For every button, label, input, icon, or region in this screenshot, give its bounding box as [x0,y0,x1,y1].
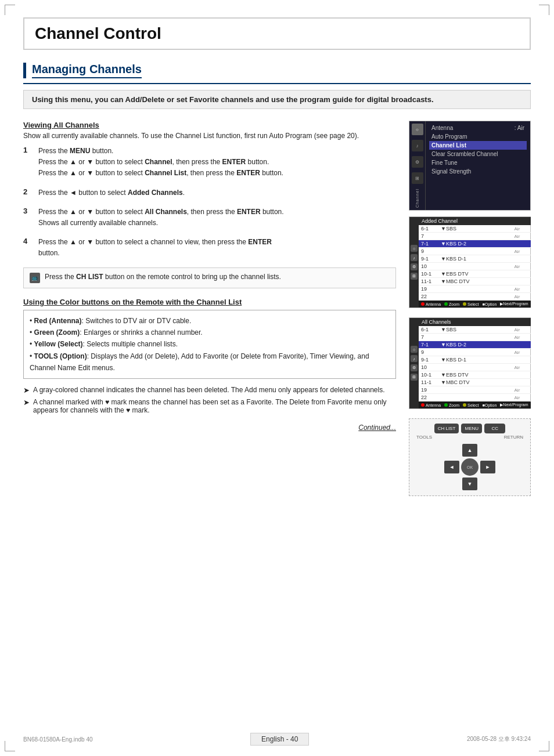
continued: Continued... [23,424,396,432]
ch-list2-main: All Channels 6-1 ▼SBS Air 7 Air [419,318,531,408]
remote-nav-left[interactable]: ◄ [444,461,459,473]
step-1-num: 1 [23,146,33,154]
ch-list2-row-1: 7 Air [419,334,531,341]
left-column: Viewing All Channels Show all currently … [23,121,396,496]
menu-row-clear: Clear Scrambled Channel [429,150,527,158]
corner-tr [539,5,549,15]
side-icon-1a: ○ [411,245,418,252]
ch-list1-row-3: 9 Air [419,248,531,255]
channel-menu-content: Antenna : Air Auto Program Channel List … [426,121,530,210]
channel-menu-panel: ○ ♪ ⚙ ⊞ Channel Antenna : Air Auto Progr… [409,121,531,211]
dot-green-2 [444,403,448,407]
ch-list1-row-8: 19 Air [419,285,531,293]
ch-list1-row-5: 10 Air [419,263,531,270]
remote-nav-enter[interactable]: OK [461,458,479,476]
color-section-heading: Using the Color buttons on the Remote wi… [23,298,396,306]
dot-red-2 [421,403,425,407]
sidebar-icon-3: ⊞ [412,172,423,184]
dot-green-1 [444,302,448,306]
channel-list-1-outer: ○ ♪ ⚙ ⊞ Added Channel 6-1 ▼SBS Air [409,216,531,308]
remote-nav-right[interactable]: ► [480,461,495,473]
channel-list-2-outer: ○ ♪ ⚙ ⊞ All Channels 6-1 ▼SBS Air [409,317,531,409]
ch-list2-row-4: 9-1 ▼KBS D-1 [419,356,531,364]
step-4-content: Press the ▲ or ▼ button to select a chan… [38,237,272,259]
step-2: 2 Press the ◄ button to select Added Cha… [23,187,396,198]
intro-text: Using this menu, you can Add/Delete or s… [23,90,531,109]
side-icon-3b: ⚙ [411,364,418,371]
section-header: Managing Channels [23,63,531,78]
viewing-channels-desc: Show all currently available channels. T… [23,132,396,140]
step-2-num: 2 [23,187,33,196]
ch-list1-row-9: 22 Air [419,293,531,301]
ch-list1-row-2: 7-1 ▼KBS D-2 [419,240,531,248]
arrow-symbol-2: ➤ [23,398,30,407]
color-box: • Red (Antenna): Switches to DTV air or … [23,310,396,379]
side-icon-2b: ♪ [411,355,418,362]
arrow-note-2: ➤ A channel marked with ♥ mark means the… [23,398,396,414]
ch-list1-row-4: 9-1 ▼KBS D-1 [419,255,531,263]
remote-nav-top: ▲ [462,443,478,457]
arrow-note-text-1: A gray-colored channel indicates the cha… [33,386,385,394]
ch-list2-row-7: 11-1 ▼MBC DTV [419,379,531,386]
ch-list2-side-icons: ○ ♪ ⚙ ⊞ [409,318,419,408]
color-item-red: • Red (Antenna): Switches to DTV air or … [30,315,390,327]
arrow-note-1: ➤ A gray-colored channel indicates the c… [23,386,396,395]
channel-menu-sidebar: ○ ♪ ⚙ ⊞ Channel [409,121,426,210]
ch-list1-row-7: 11-1 ▼MBC DTV [419,278,531,285]
step-4-num: 4 [23,237,33,245]
step-3: 3 Press the ▲ or ▼ button to select All … [23,207,396,229]
remote-nav-down[interactable]: ▼ [462,478,477,490]
sidebar-icon-1: ♪ [412,140,423,151]
side-icon-4b: ⊞ [411,374,418,381]
remote-nav-up[interactable]: ▲ [462,444,477,457]
page-title: Channel Control [35,24,519,43]
ch-list2-row-0: 6-1 ▼SBS Air [419,326,531,334]
ch-list2-row-3: 9 Air [419,349,531,356]
remote-nav-middle: ◄ OK ► [444,457,496,477]
ch-list2-row-9: 22 Air [419,394,531,401]
remote-nav: ▲ ◄ OK ► ▼ [414,443,526,491]
step-3-num: 3 [23,207,33,215]
right-column: ○ ♪ ⚙ ⊞ Channel Antenna : Air Auto Progr… [409,121,531,496]
ch-list2-header-label: All Channels [422,319,451,325]
remote-menu-btn: MENU [461,424,482,433]
ch-list1-side-icons: ○ ♪ ⚙ ⊞ [409,217,419,308]
footer-right: 2008-05-28 오후 9:43:24 [467,735,531,743]
color-item-green: • Green (Zoom): Enlarges or shrinks a ch… [30,327,390,338]
menu-row-signal: Signal Strength [429,167,527,176]
page-footer: BN68-01580A-Eng.indb 40 English - 40 200… [0,733,554,746]
remote-tools-return-row: TOOLS RETURN [414,435,526,440]
remote-nav-bottom: ▼ [462,477,478,491]
side-icon-3a: ⚙ [411,263,418,270]
viewing-channels-heading: Viewing All Channels [23,121,396,129]
note-row: 📺 Press the CH LIST button on the remote… [23,267,396,288]
menu-row-channellist: Channel List [429,141,527,150]
tools-label: TOOLS [416,435,432,440]
footer-center: English - 40 [250,733,309,746]
ch-list1-header-label: Added Channel [422,218,458,224]
ch-list2-row-8: 19 Air [419,386,531,394]
remote-cc-btn: CC [484,424,505,433]
channel-menu-antenna: Antenna : Air [429,124,527,132]
arrow-note-text-2: A channel marked with ♥ mark means the c… [33,398,396,414]
ch-list1-row-0: 6-1 ▼SBS Air [419,225,531,233]
ch-list1-body: 6-1 ▼SBS Air 7 Air 7-1 ▼KBS D-2 [419,225,531,301]
antenna-label: Antenna [431,125,453,131]
side-icon-4a: ⊞ [411,273,418,280]
ch-list1-row-6: 10-1 ▼EBS DTV [419,270,531,278]
step-2-content: Press the ◄ button to select Added Chann… [38,187,185,198]
note-text: Press the CH LIST button on the remote c… [45,273,281,281]
sidebar-icon-2: ⚙ [412,156,423,168]
side-icon-1b: ○ [411,346,418,353]
channel-menu-inner: ○ ♪ ⚙ ⊞ Channel Antenna : Air Auto Progr… [409,121,530,210]
remote-panel: CH LIST MENU CC TOOLS RETURN ▲ ◄ OK ► [409,418,531,496]
ch-list2-row-6: 10-1 ▼EBS DTV [419,371,531,379]
section-bar [23,63,26,78]
return-label: RETURN [504,435,523,440]
ch-list1-header: Added Channel [419,217,531,225]
dot-yellow-2 [463,403,466,407]
corner-tl [5,5,15,15]
step-1-content: Press the MENU button. Press the ▲ or ▼ … [38,146,283,179]
sidebar-label: Channel [415,189,419,208]
sidebar-icon-active: ○ [412,124,423,135]
